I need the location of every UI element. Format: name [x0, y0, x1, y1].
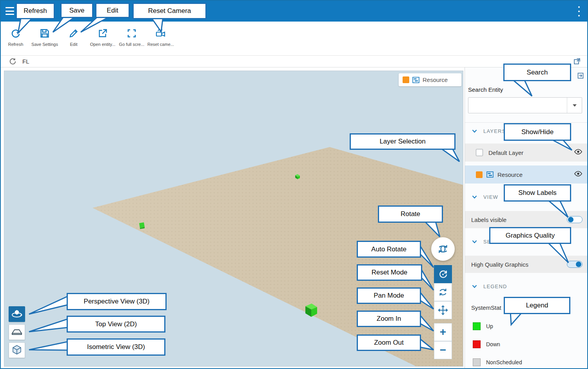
resource-type-icon: [412, 77, 419, 83]
open-entity-button[interactable]: Open entity...: [88, 22, 117, 55]
legend-label: Up: [486, 323, 493, 329]
reset-mode-button[interactable]: [434, 283, 452, 301]
legend-swatch-down: [473, 340, 481, 348]
toggle-knob: [568, 217, 573, 222]
pan-mode-icon: [437, 305, 448, 316]
fullscreen-icon: [126, 27, 138, 39]
edit-button[interactable]: Edit: [59, 22, 88, 55]
section-title: VIEW: [483, 194, 498, 200]
reset-camera-button[interactable]: Reset came...: [146, 22, 175, 55]
toggle-label: High Quality Graphics: [471, 261, 528, 268]
annotation-search: Search: [503, 64, 571, 81]
legend-item-nonscheduled: NonScheduled: [465, 358, 588, 367]
toolbar-item-label: Edit: [70, 42, 78, 47]
auto-rotate-icon: [437, 269, 448, 280]
high-quality-row: High Quality Graphics: [465, 256, 588, 273]
resource-cube-flat[interactable]: [138, 222, 145, 229]
section-title: LAYERS: [483, 128, 506, 134]
annotation-pan-mode: Pan Mode: [357, 287, 421, 304]
overflow-menu-icon[interactable]: [578, 6, 580, 16]
panel-collapse-icon[interactable]: [577, 72, 584, 81]
resource-cube-small[interactable]: [294, 173, 301, 180]
open-in-window-icon[interactable]: [573, 57, 581, 67]
annotation-legend: Legend: [504, 297, 570, 314]
zoom-out-button[interactable]: −: [434, 341, 452, 359]
search-dropdown-button[interactable]: [567, 98, 582, 113]
high-quality-toggle[interactable]: [567, 261, 583, 268]
perspective-view-button[interactable]: [9, 306, 25, 322]
search-entity-combo: [468, 97, 582, 113]
breadcrumb-entity: FL: [22, 58, 29, 65]
legend-label: Down: [486, 341, 500, 347]
layer-chip-resource: Resource: [399, 73, 461, 86]
toggle-label: Labels visible: [471, 216, 506, 223]
chevron-down-icon: [472, 240, 477, 244]
side-panel: Search Entity LAYERS Default Layer Resou…: [465, 67, 588, 369]
fullscreen-button[interactable]: Go full scre...: [117, 22, 146, 55]
layer-row-default[interactable]: Default Layer: [465, 144, 588, 162]
rotate-button[interactable]: [431, 237, 455, 261]
hamburger-menu-icon[interactable]: [5, 7, 14, 15]
annotation-save: Save: [60, 3, 93, 18]
default-layer-checkbox[interactable]: [476, 149, 483, 156]
refresh-button[interactable]: Refresh: [1, 22, 30, 55]
toolbar: Refresh Save Settings Edit Open entity..…: [1, 22, 587, 56]
chevron-down-icon: [472, 195, 477, 199]
zoom-in-button[interactable]: +: [434, 323, 452, 341]
eye-icon[interactable]: [574, 171, 583, 178]
toolbar-item-label: Open entity...: [90, 42, 116, 47]
annotation-show-labels: Show Labels: [504, 184, 571, 202]
save-icon: [39, 27, 51, 39]
search-entity-label: Search Entity: [468, 86, 503, 93]
chevron-down-icon: [472, 285, 477, 288]
legend-swatch-nonscheduled: [473, 358, 481, 366]
annotation-reset-camera: Reset Camera: [132, 3, 207, 19]
annotation-reset-mode: Reset Mode: [357, 264, 422, 281]
annotation-auto-rotate: Auto Rotate: [357, 241, 421, 258]
entity-history-icon[interactable]: [9, 57, 17, 67]
resource-color-swatch: [403, 76, 409, 83]
annotation-edit: Edit: [95, 3, 130, 18]
layer-label: Resource: [497, 171, 523, 178]
annotation-isometric-view: Isometric View (3D): [67, 338, 165, 356]
annotation-zoom-in: Zoom In: [357, 311, 421, 327]
eye-icon[interactable]: [574, 149, 583, 156]
legend-item-up: Up: [465, 322, 588, 331]
resource-type-icon: [486, 171, 494, 178]
annotation-layer-selection: Layer Selection: [350, 133, 456, 150]
search-entity-input[interactable]: [468, 98, 567, 113]
section-title: LEGEND: [483, 284, 507, 289]
pan-mode-button[interactable]: [434, 301, 452, 319]
refresh-icon: [10, 27, 22, 39]
toolbar-item-label: Refresh: [8, 42, 24, 47]
annotation-zoom-out: Zoom Out: [357, 334, 421, 351]
isometric-view-button[interactable]: [9, 342, 25, 358]
resource-cube-large[interactable]: [303, 302, 319, 318]
annotation-show-hide: Show/Hide: [504, 123, 571, 141]
section-header-legend[interactable]: LEGEND: [465, 278, 588, 294]
top-view-button[interactable]: [9, 324, 25, 340]
edit-icon: [68, 27, 80, 39]
labels-visible-toggle[interactable]: [567, 216, 583, 223]
reset-camera-icon: [155, 27, 167, 39]
toggle-knob: [576, 262, 581, 267]
resource-color-swatch: [476, 171, 483, 178]
toolbar-item-label: Go full scre...: [119, 42, 145, 47]
save-settings-button[interactable]: Save Settings: [30, 22, 59, 55]
auto-rotate-button[interactable]: [434, 265, 452, 283]
chevron-down-icon: [573, 104, 577, 107]
toolbar-item-label: Reset came...: [147, 42, 174, 47]
legend-item-down: Down: [465, 340, 588, 349]
legend-subtitle: SystemStat: [471, 304, 501, 311]
annotation-rotate: Rotate: [378, 205, 443, 223]
isometric-view-icon: [11, 344, 23, 356]
reset-mode-icon: [437, 287, 448, 298]
minus-icon: −: [440, 345, 446, 356]
chevron-down-icon: [472, 129, 477, 133]
legend-label: NonScheduled: [486, 359, 522, 365]
perspective-view-icon: [11, 308, 23, 320]
labels-visible-row: Labels visible: [465, 211, 588, 228]
annotation-perspective-view: Perspective View (3D): [67, 293, 167, 310]
layer-row-resource[interactable]: Resource: [465, 165, 588, 184]
layer-label: Default Layer: [488, 149, 523, 156]
